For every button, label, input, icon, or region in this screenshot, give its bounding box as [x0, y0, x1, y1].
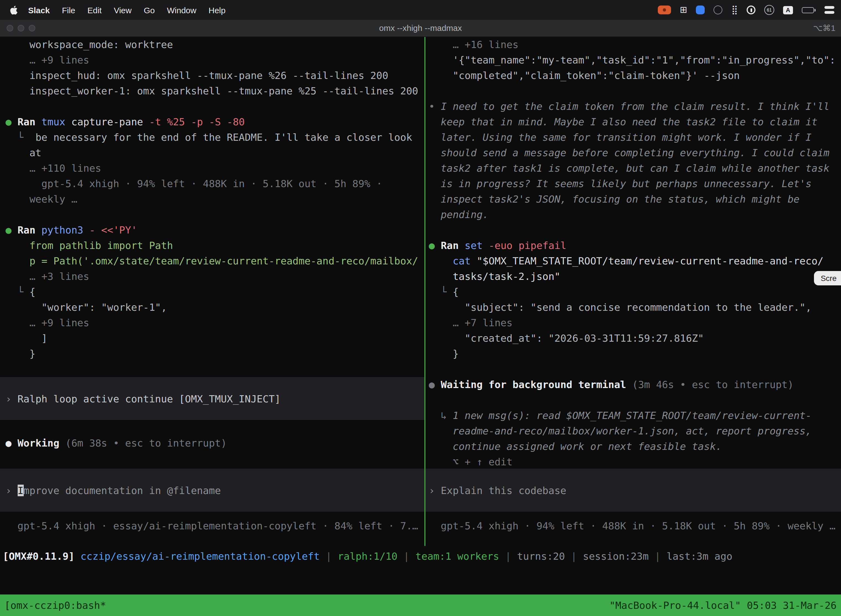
menu-item-help[interactable]: Help [202, 5, 232, 15]
terminal-line: weekly … [6, 192, 425, 207]
text-segment: should send a message before completing … [429, 147, 829, 158]
text-segment: at [6, 147, 41, 158]
text-segment: "$OMX_TEAM_STATE_ROOT/team/review-curren… [471, 255, 823, 267]
terminal-line: … +16 lines [429, 37, 841, 53]
text-segment: … +7 lines [429, 317, 512, 329]
text-segment: ⌥ + ↑ edit [429, 456, 512, 468]
screen-recording-indicator[interactable] [658, 6, 671, 14]
text-segment: … +16 lines [429, 39, 519, 50]
terminal-line: at [6, 145, 425, 161]
blank-line [429, 392, 841, 408]
text-segment: turns:20 [517, 550, 565, 562]
terminal-line: ⌥ + ↑ edit [429, 454, 841, 470]
text-segment: … +110 lines [6, 162, 101, 174]
screen-share-tooltip: Scre [814, 271, 841, 285]
terminal-line: pending. [429, 207, 841, 223]
text-segment: › [6, 484, 18, 496]
control-center-icon[interactable] [825, 6, 834, 14]
terminal-line: └ { [6, 284, 425, 300]
text-segment: └ [6, 131, 35, 143]
terminal-line: should send a message before completing … [429, 145, 841, 161]
terminal-line: } [429, 346, 841, 362]
terminal-line: readme-and-reco/mailbox/worker-1.json, a… [429, 423, 841, 439]
text-segment: team:1 workers [416, 550, 499, 562]
tmux-pane-right[interactable]: … +16 lines '{"team_name":"my-team","tas… [425, 37, 841, 539]
text-segment: ● [429, 378, 441, 390]
text-segment: | [398, 550, 416, 562]
menu-item-edit[interactable]: Edit [81, 5, 108, 15]
input-source-icon[interactable]: A [783, 6, 793, 14]
text-segment: weekly … [6, 193, 77, 205]
blank-line [6, 99, 425, 114]
text-segment: "created_at": "2026-03-31T11:59:27.816Z" [429, 332, 704, 344]
text-segment: cat [429, 255, 471, 267]
onepassword-icon[interactable] [747, 6, 756, 14]
text-segment: I need to get the claim token from the c… [441, 100, 829, 112]
gauge-icon[interactable]: 61 [764, 5, 774, 15]
zoom-button[interactable] [29, 25, 35, 31]
terminal-line: task2 after task1 is complete, but can I… [429, 161, 841, 176]
text-segment: keep that in mind. Maybe I also need the… [429, 116, 818, 128]
tmux-pane-left[interactable]: workspace_mode: worktree … +9 lines insp… [0, 37, 425, 539]
terminal-line: • I need to get the claim token from the… [429, 99, 841, 114]
text-segment: { [29, 286, 35, 298]
window-tiling-icon[interactable]: ⊞ [680, 6, 687, 14]
menu-item-go[interactable]: Go [138, 5, 161, 15]
text-segment: inspect task2's JSON, focusing on the st… [429, 193, 800, 205]
terminal-line: "subject": "send a concise recommendatio… [429, 300, 841, 315]
text-segment: last:3m ago [667, 550, 732, 562]
text-cursor: I [18, 484, 23, 496]
menu-app-name[interactable]: Slack [22, 5, 56, 15]
text-segment: | [649, 550, 667, 562]
menu-item-file[interactable]: File [56, 5, 81, 15]
menu-item-window[interactable]: Window [161, 5, 202, 15]
terminal-line: tasks/task-2.json" [429, 269, 841, 284]
text-segment: -t %25 -p -S -80 [143, 116, 245, 128]
text-segment: (6m 38s • esc to interrupt) [59, 437, 227, 449]
terminal-line: '{"team_name":"my-team","task_id":"1","f… [429, 53, 841, 68]
menu-bar: Slack File Edit View Go Window Help ⊞ ⣿ … [0, 0, 841, 20]
text-segment: Ralph loop active continue [OMX_TMUX_INJ… [18, 393, 281, 404]
text-segment: ● [6, 116, 18, 128]
prompt-input-band[interactable]: › Improve documentation in @filename [0, 469, 425, 512]
text-segment [75, 550, 81, 562]
text-segment: } [429, 348, 459, 359]
ghostty-icon[interactable] [714, 6, 722, 14]
close-button[interactable] [7, 25, 13, 31]
terminal-line: └ { [429, 284, 841, 300]
text-segment: "subject": "send a concise recommendatio… [429, 301, 812, 313]
text-segment: gpt-5.4 xhigh · 94% left · 488K in · 5.1… [429, 520, 835, 532]
text-segment: later. Using the same for transition mig… [429, 131, 812, 143]
text-segment: set [459, 239, 483, 251]
text-segment: ● [429, 239, 441, 251]
minimize-button[interactable] [18, 25, 24, 31]
text-segment: task2 after task1 is complete, but can I… [429, 162, 829, 174]
text-segment: cczip/essay/ai-reimplementation-copyleft [81, 550, 320, 562]
menu-bar-status-icons: ⊞ ⣿ 61 A [658, 5, 834, 15]
window-titlebar[interactable]: omx --xhigh --madmax ⌥⌘1 [0, 20, 841, 37]
text-segment: … +3 lines [6, 270, 89, 282]
menu-item-view[interactable]: View [108, 5, 138, 15]
terminal-line: … +7 lines [429, 315, 841, 331]
tmux-session-window[interactable]: [omx-cczip0:bash* [4, 600, 106, 611]
terminal-content: workspace_mode: worktree … +9 lines insp… [0, 37, 841, 616]
terminal-line: workspace_mode: worktree [6, 37, 425, 53]
text-segment: ralph:1/10 [338, 550, 398, 562]
battery-icon[interactable] [802, 7, 816, 13]
apple-icon[interactable] [10, 5, 18, 15]
app-grid-icon[interactable]: ⣿ [731, 6, 738, 14]
text-segment: ] [6, 332, 47, 344]
terminal-line: p = Path('.omx/state/team/review-current… [6, 253, 425, 269]
window-title: omx --xhigh --madmax [0, 20, 841, 37]
text-segment: (3m 46s • esc to interrupt) [626, 378, 794, 390]
terminal-line: … +3 lines [6, 269, 425, 284]
text-segment: mprove documentation in @filename [23, 484, 221, 496]
terminal-line: cat "$OMX_TEAM_STATE_ROOT/team/review-cu… [429, 253, 841, 269]
text-segment: pending. [429, 209, 489, 220]
prompt-input-band[interactable]: › Explain this codebase [425, 469, 841, 512]
raycast-icon[interactable] [696, 6, 705, 14]
text-segment: is in progress? It seems likely but perh… [429, 178, 812, 189]
blank-line [6, 420, 425, 436]
ralph-inject-band[interactable]: › Ralph loop active continue [OMX_TMUX_I… [0, 377, 425, 420]
battery-body [802, 7, 814, 13]
